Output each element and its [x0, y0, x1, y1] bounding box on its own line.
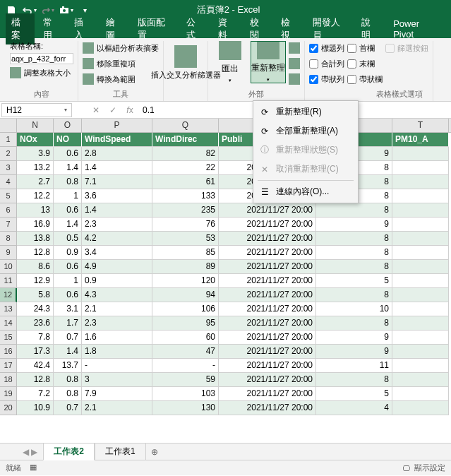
cell[interactable]: 0.6 — [54, 203, 82, 218]
cell[interactable]: 103 — [152, 387, 219, 401]
cell[interactable]: 12.8 — [17, 373, 54, 387]
cell[interactable]: 0.7 — [54, 401, 82, 415]
cell[interactable]: 94 — [152, 288, 219, 302]
cell[interactable] — [392, 246, 449, 260]
cell[interactable]: 2021/11/27 20:00 — [219, 331, 316, 345]
cell[interactable]: 8 — [316, 246, 392, 260]
cell[interactable]: 76 — [152, 218, 219, 232]
macro-icon[interactable]: ▦ — [30, 463, 37, 473]
cell[interactable] — [392, 274, 449, 288]
cell[interactable]: - — [82, 359, 152, 373]
row-header[interactable]: 6 — [0, 203, 17, 218]
cell[interactable]: 1.4 — [82, 203, 152, 218]
properties-button[interactable] — [289, 41, 300, 55]
row-header[interactable]: 19 — [0, 387, 17, 401]
cell[interactable]: 85 — [152, 246, 219, 260]
cell[interactable] — [392, 345, 449, 359]
cell[interactable]: 120 — [152, 274, 219, 288]
cell[interactable]: 5 — [316, 274, 392, 288]
filter-button-check[interactable]: 篩選按鈕 — [385, 41, 428, 55]
cell[interactable]: 2.1 — [82, 302, 152, 316]
menu-layout[interactable]: 版面配置 — [132, 13, 178, 44]
cell[interactable]: 4 — [316, 401, 392, 415]
cell[interactable]: 5.8 — [17, 288, 54, 302]
cell[interactable]: 13 — [17, 203, 54, 218]
cell[interactable]: 95 — [152, 316, 219, 331]
cell[interactable]: 8 — [316, 316, 392, 331]
cell[interactable]: 0.6 — [54, 260, 82, 274]
col-header[interactable]: T — [392, 119, 449, 132]
cell[interactable]: 3 — [82, 373, 152, 387]
enter-formula-button[interactable]: ✓ — [104, 105, 121, 115]
menu-insert[interactable]: 插入 — [68, 13, 97, 44]
cell[interactable]: 2021/11/27 20:00 — [219, 288, 316, 302]
sheet-tab[interactable]: 工作表2 — [43, 444, 95, 460]
cell[interactable]: 2021/11/27 20:00 — [219, 359, 316, 373]
cell[interactable]: 8 — [316, 288, 392, 302]
display-settings-icon[interactable]: 🖵 — [402, 464, 410, 472]
cell[interactable]: 12.9 — [17, 274, 54, 288]
cell[interactable]: 0.8 — [54, 175, 82, 189]
cell[interactable]: 47 — [152, 345, 219, 359]
cell[interactable]: 2021/11/27 20:00 — [219, 218, 316, 232]
cell[interactable]: 82 — [152, 147, 219, 161]
cell[interactable]: 1 — [54, 274, 82, 288]
cell[interactable]: 12.8 — [17, 246, 54, 260]
cell[interactable]: 1 — [54, 189, 82, 203]
menu-powerpivot[interactable]: Power Pivot — [387, 16, 445, 42]
row-header[interactable]: 20 — [0, 401, 17, 415]
menu-data[interactable]: 資料 — [212, 13, 241, 44]
cell[interactable]: NOx — [17, 133, 54, 147]
cell[interactable]: 1.4 — [54, 218, 82, 232]
cell[interactable]: 8 — [316, 260, 392, 274]
cell[interactable]: 4.3 — [82, 288, 152, 302]
select-all-corner[interactable] — [0, 119, 17, 132]
cancel-formula-button[interactable]: ✕ — [88, 105, 104, 115]
cell[interactable]: 61 — [152, 175, 219, 189]
cell[interactable]: 2021/11/27 20:00 — [219, 373, 316, 387]
header-row-check[interactable]: 標題列 — [309, 41, 344, 55]
cell[interactable]: 2021/11/27 20:00 — [219, 316, 316, 331]
cell[interactable]: 12.2 — [17, 189, 54, 203]
export-button[interactable]: 匯出▾ — [212, 41, 248, 83]
cell[interactable]: 2021/11/27 20:00 — [219, 387, 316, 401]
cell[interactable]: 2021/11/27 20:00 — [219, 345, 316, 359]
cell[interactable]: 3.4 — [82, 246, 152, 260]
banded-cols-check[interactable]: 帶狀欄 — [347, 72, 383, 86]
insert-slicer-button[interactable]: 插入交叉分析篩選器 — [168, 41, 203, 83]
menu-view[interactable]: 檢視 — [275, 13, 304, 44]
open-browser-button[interactable] — [289, 56, 300, 71]
cell[interactable]: 2021/11/27 20:00 — [219, 274, 316, 288]
cell[interactable] — [392, 401, 449, 415]
cell[interactable]: 11 — [316, 359, 392, 373]
row-header[interactable]: 8 — [0, 232, 17, 246]
cell[interactable]: 17.3 — [17, 345, 54, 359]
cell[interactable]: WindSpeed — [82, 133, 152, 147]
cell[interactable] — [392, 175, 449, 189]
cell[interactable] — [392, 359, 449, 373]
cell[interactable]: 22 — [152, 161, 219, 175]
cell[interactable]: 106 — [152, 302, 219, 316]
row-header[interactable]: 15 — [0, 331, 17, 345]
cell[interactable]: 16.9 — [17, 218, 54, 232]
display-settings-label[interactable]: 顯示設定 — [414, 463, 445, 473]
dm-refresh-all[interactable]: ⟳全部重新整理(A) — [255, 121, 356, 141]
row-header[interactable]: 18 — [0, 373, 17, 387]
cell[interactable]: 3.9 — [17, 147, 54, 161]
cell[interactable]: 1.8 — [82, 345, 152, 359]
col-header[interactable]: O — [54, 119, 82, 132]
menu-draw[interactable]: 繪圖 — [100, 13, 129, 44]
first-col-check[interactable]: 首欄 — [347, 41, 383, 55]
row-header[interactable]: 5 — [0, 189, 17, 203]
cell[interactable]: 2021/11/27 20:00 — [219, 260, 316, 274]
cell[interactable]: 2.8 — [82, 147, 152, 161]
cell[interactable] — [392, 331, 449, 345]
row-header[interactable]: 1 — [0, 133, 17, 147]
cell[interactable]: 0.8 — [54, 373, 82, 387]
cell[interactable]: 2.7 — [17, 175, 54, 189]
row-header[interactable]: 7 — [0, 218, 17, 232]
resize-table-button[interactable]: 調整表格大小 — [10, 66, 73, 80]
table-name-input[interactable] — [10, 53, 73, 64]
cell[interactable]: 0.9 — [54, 246, 82, 260]
row-header[interactable]: 11 — [0, 274, 17, 288]
